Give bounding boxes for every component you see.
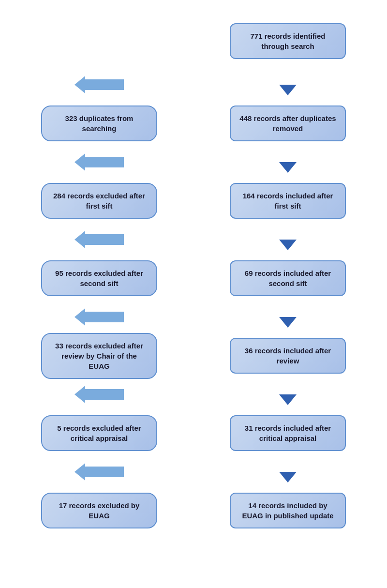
left-column: 323 duplicates from searching 284 record… bbox=[5, 10, 194, 588]
right-row14 bbox=[194, 561, 382, 588]
right-row11 bbox=[194, 460, 382, 484]
arrowshaft-first-sift-excl bbox=[85, 157, 124, 167]
box-second-sift-text: 69 records included after second sift bbox=[245, 269, 331, 287]
box-appraisal-excl: 5 records excluded after critical apprai… bbox=[41, 415, 157, 451]
box-second-sift: 69 records included after second sift bbox=[230, 260, 346, 296]
left-row6: 95 records excluded after second sift bbox=[5, 252, 194, 305]
left-row8: 33 records excluded after review by Chai… bbox=[5, 329, 194, 382]
box-after-duplicates: 448 records after duplicates removed bbox=[230, 106, 346, 141]
box-first-sift-excl-text: 284 records excluded after first sift bbox=[53, 192, 145, 210]
left-row1 bbox=[5, 73, 194, 97]
right-row6: 69 records included after second sift bbox=[194, 252, 382, 305]
box-euag-excl: 17 records excluded by EUAG bbox=[41, 493, 157, 528]
box-after-review-text: 36 records included after review bbox=[245, 347, 331, 365]
box-review-excl: 33 records excluded after review by Chai… bbox=[41, 333, 157, 379]
right-row13 bbox=[194, 537, 382, 561]
box-euag-excl-text: 17 records excluded by EUAG bbox=[59, 501, 140, 520]
arrowshaft-second-sift-excl bbox=[85, 234, 124, 245]
arrow-head-3 bbox=[279, 240, 297, 250]
box-identified: 771 records identified through search bbox=[230, 23, 346, 59]
box-second-sift-excl: 95 records excluded after second sift bbox=[41, 260, 157, 296]
left-row9 bbox=[5, 382, 194, 407]
left-row7 bbox=[5, 305, 194, 329]
arrow-appraisal-excl bbox=[74, 386, 124, 403]
right-row4: 164 records included after first sift bbox=[194, 174, 382, 227]
right-row5 bbox=[194, 227, 382, 252]
box-after-review: 36 records included after review bbox=[230, 338, 346, 374]
arrow-review-excl bbox=[74, 308, 124, 326]
arrowshaft-euag-excl bbox=[85, 467, 124, 477]
arrowshaft-appraisal-excl bbox=[85, 389, 124, 400]
arrowhead-duplicates bbox=[74, 76, 85, 93]
box-first-sift: 164 records included after first sift bbox=[230, 183, 346, 219]
arrow-first-sift-excl bbox=[74, 153, 124, 171]
left-row0 bbox=[5, 10, 194, 73]
arrow-head-6 bbox=[279, 472, 297, 482]
arrowshaft-duplicates bbox=[85, 79, 124, 90]
right-row8: 36 records included after review bbox=[194, 329, 382, 382]
box-duplicates-text: 323 duplicates from searching bbox=[65, 114, 134, 133]
arrow-euag-excl bbox=[74, 463, 124, 481]
arrow-head-5 bbox=[279, 394, 297, 405]
arrowhead-review-excl bbox=[74, 308, 85, 326]
box-euag-included: 14 records included by EUAG in published… bbox=[230, 493, 346, 528]
box-appraisal-excl-text: 5 records excluded after critical apprai… bbox=[57, 424, 141, 442]
right-row7 bbox=[194, 305, 382, 329]
box-first-sift-excl: 284 records excluded after first sift bbox=[41, 183, 157, 219]
arrowhead-second-sift-excl bbox=[74, 231, 85, 248]
box-after-duplicates-text: 448 records after duplicates removed bbox=[239, 114, 336, 133]
right-row2: 448 records after duplicates removed bbox=[194, 97, 382, 150]
left-row13 bbox=[5, 537, 194, 561]
box-review-excl-text: 33 records excluded after review by Chai… bbox=[55, 342, 143, 370]
right-row1 bbox=[194, 73, 382, 97]
arrowshaft-review-excl bbox=[85, 312, 124, 322]
right-row3 bbox=[194, 150, 382, 174]
right-row12: 14 records included by EUAG in published… bbox=[194, 484, 382, 537]
left-row4: 284 records excluded after first sift bbox=[5, 174, 194, 227]
box-critical-appraisal-text: 31 records included after critical appra… bbox=[245, 424, 331, 442]
left-row10: 5 records excluded after critical apprai… bbox=[5, 407, 194, 460]
arrowhead-first-sift-excl bbox=[74, 153, 85, 171]
arrow-head-2 bbox=[279, 162, 297, 173]
box-first-sift-text: 164 records included after first sift bbox=[243, 192, 333, 210]
arrow-head-4 bbox=[279, 317, 297, 328]
box-euag-included-text: 14 records included by EUAG in published… bbox=[242, 501, 333, 520]
right-row9 bbox=[194, 382, 382, 407]
box-identified-text: 771 records identified through search bbox=[250, 32, 325, 50]
left-row2: 323 duplicates from searching bbox=[5, 97, 194, 150]
box-duplicates: 323 duplicates from searching bbox=[41, 106, 157, 141]
left-row12: 17 records excluded by EUAG bbox=[5, 484, 194, 537]
left-row11 bbox=[5, 460, 194, 484]
arrowhead-appraisal-excl bbox=[74, 386, 85, 403]
left-row14 bbox=[5, 561, 194, 588]
arrow-head-1 bbox=[279, 85, 297, 95]
box-second-sift-excl-text: 95 records excluded after second sift bbox=[55, 269, 143, 287]
right-row0: 771 records identified through search bbox=[194, 10, 382, 73]
arrowhead-euag-excl bbox=[74, 463, 85, 481]
box-critical-appraisal: 31 records included after critical appra… bbox=[230, 415, 346, 451]
right-column: 771 records identified through search 44… bbox=[194, 10, 382, 588]
left-row5 bbox=[5, 227, 194, 252]
prisma-diagram: 323 duplicates from searching 284 record… bbox=[0, 0, 387, 588]
arrow-second-sift-excl bbox=[74, 231, 124, 248]
left-row3 bbox=[5, 150, 194, 174]
right-row10: 31 records included after critical appra… bbox=[194, 407, 382, 460]
arrow-duplicates bbox=[74, 76, 124, 93]
